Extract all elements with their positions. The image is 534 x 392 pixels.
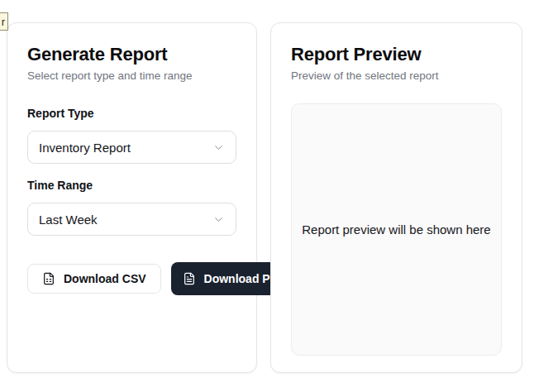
time-range-label: Time Range xyxy=(27,179,236,193)
reports-page: Generate Report Select report type and t… xyxy=(7,22,522,373)
tooltip-text: r xyxy=(2,16,5,28)
report-type-value: Inventory Report xyxy=(39,141,131,155)
report-preview-box: Report preview will be shown here xyxy=(291,103,502,356)
report-preview-placeholder: Report preview will be shown here xyxy=(302,222,490,237)
file-text-icon xyxy=(183,272,196,285)
report-type-label: Report Type xyxy=(27,107,236,121)
chevron-down-icon xyxy=(212,213,225,226)
time-range-value: Last Week xyxy=(39,213,98,227)
report-preview-title: Report Preview xyxy=(291,43,502,66)
report-preview-subtitle: Preview of the selected report xyxy=(291,70,502,82)
download-csv-label: Download CSV xyxy=(64,272,146,285)
time-range-select[interactable]: Last Week xyxy=(27,203,236,236)
file-spreadsheet-icon xyxy=(42,272,55,285)
generate-report-subtitle: Select report type and time range xyxy=(27,70,236,82)
chevron-down-icon xyxy=(212,141,225,154)
report-type-select[interactable]: Inventory Report xyxy=(27,131,236,164)
report-preview-card: Report Preview Preview of the selected r… xyxy=(270,22,522,373)
cut-off-tooltip: r xyxy=(0,12,8,31)
generate-report-card: Generate Report Select report type and t… xyxy=(7,22,257,373)
download-buttons-row: Download CSV Download PDF xyxy=(27,262,236,295)
generate-report-title: Generate Report xyxy=(27,43,236,66)
download-csv-button[interactable]: Download CSV xyxy=(27,264,161,294)
